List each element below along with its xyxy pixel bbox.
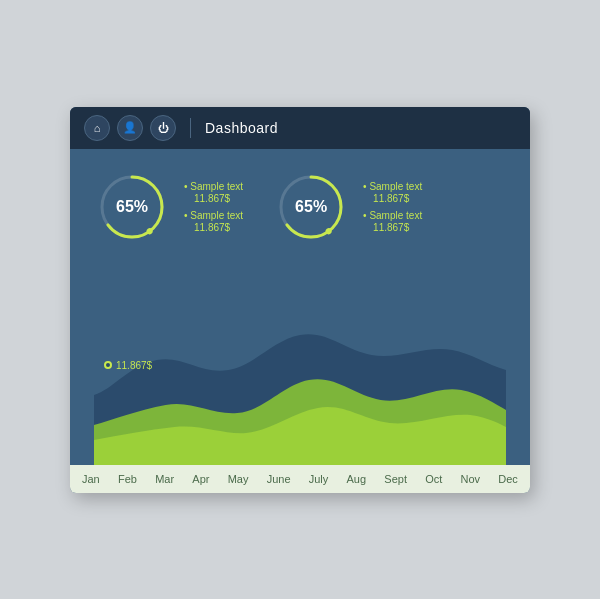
- home-icon-button[interactable]: ⌂: [84, 115, 110, 141]
- x-axis: Jan Feb Mar Apr May June July Aug Sept O…: [70, 465, 530, 493]
- x-label-oct: Oct: [425, 473, 442, 485]
- stat-widget-1: 65% Sample text 11.867$ Sample text 11.8…: [94, 169, 243, 245]
- page-title: Dashboard: [205, 120, 278, 136]
- main-content: 65% Sample text 11.867$ Sample text 11.8…: [70, 149, 530, 465]
- stat-label-2-1: Sample text: [363, 181, 422, 192]
- chart-marker-value: 11.867$: [116, 359, 152, 370]
- stat-text-2: Sample text 11.867$ Sample text 11.867$: [363, 181, 422, 233]
- stats-row: 65% Sample text 11.867$ Sample text 11.8…: [94, 169, 506, 245]
- x-label-nov: Nov: [461, 473, 481, 485]
- stat-text-1: Sample text 11.867$ Sample text 11.867$: [184, 181, 243, 233]
- stat-label-2-2: Sample text: [363, 210, 422, 221]
- stat-label-1-1: Sample text: [184, 181, 243, 192]
- stat-widget-2: 65% Sample text 11.867$ Sample text 11.8…: [273, 169, 422, 245]
- dashboard-card: ⌂ 👤 ⏻ Dashboard 65%: [70, 107, 530, 493]
- x-label-apr: Apr: [192, 473, 209, 485]
- x-label-feb: Feb: [118, 473, 137, 485]
- power-icon-button[interactable]: ⏻: [150, 115, 176, 141]
- chart-marker-dot: [104, 361, 112, 369]
- stat-item-2-1: Sample text 11.867$: [363, 181, 422, 204]
- gauge-1-label: 65%: [116, 198, 148, 216]
- stat-item-1-2: Sample text 11.867$: [184, 210, 243, 233]
- header-icon-group: ⌂ 👤 ⏻: [84, 115, 176, 141]
- stat-item-1-1: Sample text 11.867$: [184, 181, 243, 204]
- stat-value-2-1: 11.867$: [363, 193, 422, 204]
- stat-item-2-2: Sample text 11.867$: [363, 210, 422, 233]
- user-icon-button[interactable]: 👤: [117, 115, 143, 141]
- gauge-1: 65%: [94, 169, 170, 245]
- x-label-dec: Dec: [498, 473, 518, 485]
- x-label-aug: Aug: [347, 473, 367, 485]
- chart-area: 11.867$: [94, 265, 506, 465]
- x-label-sept: Sept: [384, 473, 407, 485]
- x-label-july: July: [309, 473, 329, 485]
- x-label-may: May: [228, 473, 249, 485]
- stat-value-1-2: 11.867$: [184, 222, 243, 233]
- x-label-mar: Mar: [155, 473, 174, 485]
- stat-value-2-2: 11.867$: [363, 222, 422, 233]
- stat-label-1-2: Sample text: [184, 210, 243, 221]
- x-label-jan: Jan: [82, 473, 100, 485]
- gauge-2-label: 65%: [295, 198, 327, 216]
- x-label-june: June: [267, 473, 291, 485]
- gauge-2: 65%: [273, 169, 349, 245]
- header-divider: [190, 118, 191, 138]
- stat-value-1-1: 11.867$: [184, 193, 243, 204]
- header: ⌂ 👤 ⏻ Dashboard: [70, 107, 530, 149]
